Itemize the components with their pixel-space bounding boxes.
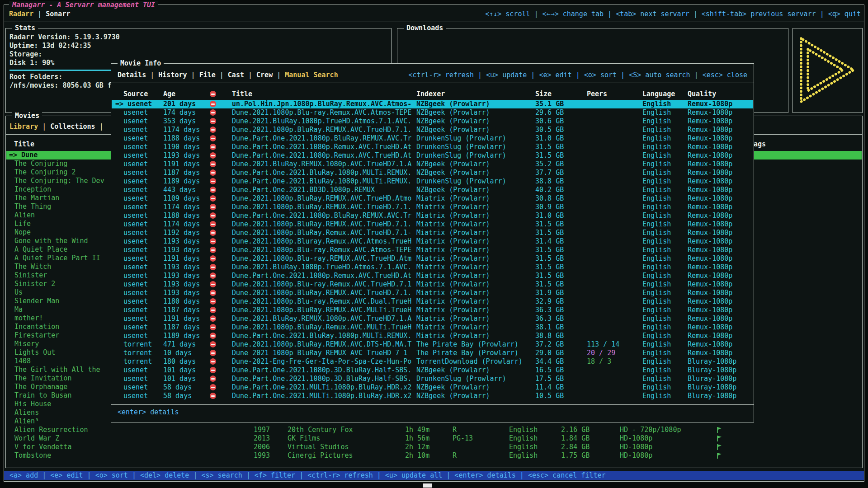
result-rejected bbox=[210, 392, 232, 400]
search-result-row[interactable]: usenet1192 daysDune.2021.1080p.BluRay.Re… bbox=[112, 229, 753, 237]
result-rejected bbox=[210, 272, 232, 280]
search-result-row[interactable]: torrent180 daysDune-2021-Eng-Fre-Ger-Ita… bbox=[112, 357, 753, 366]
search-result-row[interactable]: usenet1174 daysDune.2021.1080p.BluRay.RE… bbox=[112, 203, 753, 211]
search-result-row[interactable]: usenet1193 daysDune.Part.One.2021.1080p.… bbox=[112, 272, 753, 280]
result-indexer: Miatrix (Prowlarr) bbox=[416, 280, 535, 289]
result-language: English bbox=[642, 220, 688, 229]
result-quality: Remux-1080p bbox=[688, 332, 753, 340]
search-result-row[interactable]: usenet1109 daysDune.2021.1080p.BluRay.RE… bbox=[112, 194, 753, 203]
search-result-row[interactable]: usenet1174 daysDune.2021.1080p.BluRay.RE… bbox=[112, 126, 753, 134]
search-result-row[interactable]: usenet101 daysDune.Part.One.2021.1080p.3… bbox=[112, 375, 753, 383]
movie-info-keybind-help: <ctrl-r> refresh | <u> update | <e> edit… bbox=[408, 71, 747, 80]
search-result-row[interactable]: usenet1193 daysDune.2021.1080p.Blu-ray.R… bbox=[112, 246, 753, 254]
result-indexer: Miatrix (Prowlarr) bbox=[416, 297, 535, 306]
result-peers bbox=[587, 203, 642, 211]
no-entry-icon bbox=[210, 272, 216, 279]
result-quality: Remux-1080p bbox=[688, 297, 753, 306]
result-title: Dune.2021.BluRay.1080p.TrueHD.Atmos.7.1.… bbox=[232, 263, 416, 272]
search-result-row[interactable]: usenet1187 daysDune.2021.1080p.BluRay.Re… bbox=[112, 323, 753, 332]
search-result-row[interactable]: usenet1193 daysDune.Part.One.2021.1080p.… bbox=[112, 151, 753, 160]
search-result-row[interactable]: torrent10 daysDune 2021 1080p BluRay REM… bbox=[112, 349, 753, 357]
result-language: English bbox=[642, 229, 688, 237]
no-entry-icon bbox=[210, 247, 216, 253]
result-age: 174 days bbox=[163, 108, 210, 117]
result-indexer: Miatrix (Prowlarr) bbox=[416, 314, 535, 323]
result-peers bbox=[587, 289, 642, 297]
movie-info-footer-help: <enter> details bbox=[118, 408, 179, 417]
result-source: torrent bbox=[112, 357, 163, 366]
tab-collections[interactable]: Collections bbox=[50, 122, 95, 131]
search-result-row[interactable]: usenet1189 daysDune.Part.One.2021.BluRay… bbox=[112, 332, 753, 340]
result-title: Dune.2021.BluRay.REMUX.1080p.AVC.TrueHD7… bbox=[232, 160, 416, 169]
result-indexer: TorrentDownload (Prowlarr) bbox=[416, 357, 535, 366]
result-rejected bbox=[210, 323, 232, 332]
top-keybind-help: <↑↓> scroll | <←→> change tab | <tab> ne… bbox=[485, 10, 861, 19]
result-size: 30.6 GB bbox=[535, 117, 587, 126]
tab-history[interactable]: History bbox=[158, 71, 187, 79]
search-result-row[interactable]: usenet1188 daysDune.Part.One.2021.1080p.… bbox=[112, 211, 753, 220]
tab-file[interactable]: File bbox=[199, 71, 216, 79]
result-quality: Remux-1080p bbox=[688, 246, 753, 254]
tab-radarr[interactable]: Radarr bbox=[9, 10, 33, 18]
tab-details[interactable]: Details bbox=[118, 71, 146, 79]
search-result-row[interactable]: usenet1174 daysDune.2021.1080p.BluRay.RE… bbox=[112, 220, 753, 229]
tab-library[interactable]: Library bbox=[9, 122, 38, 131]
search-result-row[interactable]: usenet1193 daysDune.2021.1080p.BluRay.RE… bbox=[112, 289, 753, 297]
result-source: usenet bbox=[112, 366, 163, 375]
search-result-row[interactable]: usenet1188 daysDune.Part.One.2021.1080p.… bbox=[112, 134, 753, 143]
search-result-row[interactable]: usenet1193 daysDune.2021.1080p.Bluray.Re… bbox=[112, 237, 753, 246]
result-quality: Remux-1080p bbox=[688, 340, 753, 349]
result-language: English bbox=[642, 203, 688, 211]
result-title: Dune.2021.1080p.BluRay.REMUX.AVC.MULTi.T… bbox=[232, 306, 416, 314]
play-triangle-icon bbox=[797, 36, 857, 104]
result-title: Dune.Part.One.2021.BluRay.1080p.MULTi.RE… bbox=[232, 169, 416, 177]
result-peers bbox=[587, 117, 642, 126]
result-title: Dune.Part.One.2021.1080p.Remux.AVC.TrueH… bbox=[232, 143, 416, 151]
result-size: 31.0 GB bbox=[535, 211, 587, 220]
column-header-language: Language bbox=[642, 90, 688, 99]
search-result-row[interactable]: usenet1187 daysDune.2021.1080p.BluRay.RE… bbox=[112, 306, 753, 314]
tab-manual-search[interactable]: Manual Search bbox=[285, 71, 338, 79]
search-result-row[interactable]: => usenet201 daysun.Pol.Hin.Jpn.1080p.Bl… bbox=[112, 100, 753, 108]
result-language: English bbox=[642, 254, 688, 263]
no-entry-icon bbox=[210, 255, 216, 262]
result-age: 10 days bbox=[163, 349, 210, 357]
search-result-row[interactable]: usenet1191 daysDune.2021.1080p.Blu-ray.R… bbox=[112, 254, 753, 263]
search-result-row[interactable]: usenet1191 daysDune.2021.BluRay.REMUX.10… bbox=[112, 314, 753, 323]
movie-quality: HD-1080p bbox=[620, 451, 652, 460]
movies-panel-title: Movies bbox=[12, 112, 42, 120]
result-quality: Remux-1080p bbox=[688, 117, 753, 126]
no-entry-icon bbox=[210, 375, 216, 382]
result-indexer: NZBgeek (Prowlarr) bbox=[416, 186, 535, 194]
tab-cast[interactable]: Cast bbox=[228, 71, 244, 79]
search-result-row[interactable]: usenet353 daysDune.2021.BluRay.1080p.Tru… bbox=[112, 117, 753, 126]
result-indexer: NZBgeek (Prowlarr) bbox=[416, 117, 535, 126]
search-result-row[interactable]: usenet58 daysDune.Part.One.2021.MULTi.10… bbox=[112, 383, 753, 392]
search-result-row[interactable]: usenet1191 daysDune.2021.BluRay.REMUX.10… bbox=[112, 160, 753, 169]
search-result-row[interactable]: torrent471 daysDune.2021.1080p.BluRay.RE… bbox=[112, 340, 753, 349]
search-result-row[interactable]: usenet443 daysDune.Part.One.2021.BD3D.10… bbox=[112, 186, 753, 194]
result-source: usenet bbox=[112, 220, 163, 229]
search-result-row[interactable]: usenet1180 daysDune.2021.1080p.Blu-ray.R… bbox=[112, 297, 753, 306]
search-result-row[interactable]: usenet174 daysDune.2021.1080p.Blu-ray.Re… bbox=[112, 108, 753, 117]
stat-field: Uptime: 13d 02:42:35 bbox=[9, 42, 120, 50]
search-result-row[interactable]: usenet1187 daysDune.Part.One.2021.BluRay… bbox=[112, 169, 753, 177]
result-language: English bbox=[642, 237, 688, 246]
movie-certification: R bbox=[453, 451, 457, 460]
result-quality: Remux-1080p bbox=[688, 349, 753, 357]
tab-sonarr[interactable]: Sonarr bbox=[46, 10, 70, 18]
search-result-row[interactable]: usenet1189 daysDune.Part.One.2021.BluRay… bbox=[112, 177, 753, 186]
result-quality: Remux-1080p bbox=[688, 289, 753, 297]
tab-crew[interactable]: Crew bbox=[256, 71, 273, 79]
search-result-row[interactable]: usenet1190 daysDune.Part.One.2021.1080p.… bbox=[112, 143, 753, 151]
result-age: 1188 days bbox=[163, 134, 210, 143]
search-result-row[interactable]: usenet1193 daysDune.2021.1080p.Blu-ray.R… bbox=[112, 280, 753, 289]
no-entry-icon bbox=[210, 281, 216, 287]
result-title: Dune.Part.One.2021.MULTi.1080p.BluRay.HD… bbox=[232, 392, 416, 400]
search-result-row[interactable]: usenet58 daysDune.Part.One.2021.MULTi.10… bbox=[112, 392, 753, 400]
search-result-row[interactable]: usenet1193 daysDune.2021.BluRay.1080p.Tr… bbox=[112, 263, 753, 272]
result-quality: Remux-1080p bbox=[688, 306, 753, 314]
result-title: Dune.2021.1080p.Blu-ray.Remux.AVC.Atmos-… bbox=[232, 246, 416, 254]
search-result-row[interactable]: usenet101 daysDune.Part.One.2021.1080p.3… bbox=[112, 366, 753, 375]
result-language: English bbox=[642, 349, 688, 357]
